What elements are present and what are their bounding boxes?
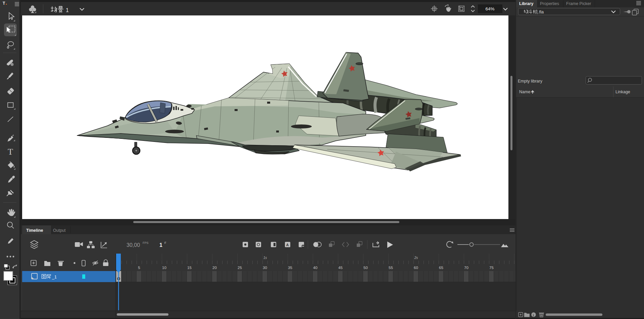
svg-text:Empty library: Empty library — [518, 79, 543, 84]
svg-text:65: 65 — [439, 266, 443, 270]
svg-text:_1: _1 — [52, 275, 57, 279]
svg-text:1: 1 — [66, 7, 69, 13]
svg-text:30,00: 30,00 — [127, 242, 140, 248]
svg-text:Frame Picker: Frame Picker — [566, 1, 591, 6]
svg-text:25: 25 — [238, 266, 242, 270]
svg-text:60: 60 — [414, 266, 418, 270]
svg-text:70: 70 — [464, 266, 468, 270]
svg-text:64%: 64% — [485, 6, 494, 11]
svg-text:45: 45 — [338, 266, 343, 270]
svg-text:Properties: Properties — [540, 1, 559, 6]
svg-text:i: i — [533, 313, 534, 317]
svg-text:55: 55 — [389, 266, 393, 270]
svg-text:35: 35 — [288, 266, 292, 270]
svg-text:40: 40 — [313, 266, 317, 270]
svg-text:Timeline: Timeline — [26, 228, 43, 233]
svg-text:FPS: FPS — [143, 241, 149, 245]
svg-text:10: 10 — [162, 266, 166, 270]
svg-text:5: 5 — [138, 266, 140, 270]
svg-text:T: T — [8, 147, 13, 157]
svg-text:Linkage: Linkage — [615, 90, 630, 94]
svg-text:T: T — [3, 1, 5, 6]
svg-text:Library: Library — [519, 1, 533, 6]
svg-text:A: A — [286, 243, 289, 247]
svg-text:50: 50 — [363, 266, 368, 270]
svg-text:15: 15 — [187, 266, 192, 270]
svg-text:Name: Name — [519, 90, 530, 94]
svg-text:1: 1 — [159, 242, 162, 248]
svg-text:20: 20 — [212, 266, 217, 270]
svg-text:F: F — [164, 241, 166, 245]
svg-text:Output: Output — [53, 228, 66, 233]
svg-text:75: 75 — [489, 266, 494, 270]
svg-text:.fla: .fla — [538, 9, 544, 14]
svg-text:2s: 2s — [414, 256, 418, 260]
svg-text:1s: 1s — [263, 256, 267, 260]
svg-text:30: 30 — [263, 266, 267, 270]
